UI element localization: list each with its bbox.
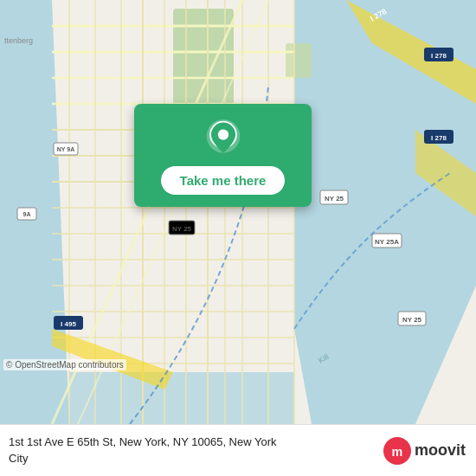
moovit-text: moovit (415, 441, 466, 460)
osm-credit: © OpenStreetMap contributors (3, 359, 126, 370)
take-me-there-button[interactable]: Take me there (161, 166, 286, 195)
location-card: Take me there (134, 104, 312, 207)
moovit-logo-icon: m (383, 437, 411, 465)
map-container: I 278 NY 25 NY 25 NY 25A NY 25 NY 9A 9A … (0, 0, 476, 424)
svg-text:NY 25A: NY 25A (375, 238, 399, 246)
svg-text:NY 25: NY 25 (402, 316, 422, 324)
svg-text:m: m (392, 444, 403, 458)
footer-address-container: 1st 1st Ave E 65th St, New York, NY 1006… (9, 434, 383, 466)
svg-text:ttenberg: ttenberg (4, 36, 33, 45)
footer-bar: 1st 1st Ave E 65th St, New York, NY 1006… (0, 424, 476, 476)
svg-text:NY 9A: NY 9A (57, 146, 75, 152)
svg-text:9A: 9A (23, 211, 31, 217)
svg-point-56 (217, 129, 228, 139)
footer-address: 1st 1st Ave E 65th St, New York, NY 1006… (9, 434, 383, 466)
svg-text:I 495: I 495 (61, 320, 76, 328)
svg-rect-5 (286, 43, 312, 78)
svg-marker-3 (69, 372, 294, 424)
svg-text:I 278: I 278 (431, 52, 447, 60)
map-pin-icon (204, 119, 242, 158)
svg-text:I 278: I 278 (431, 134, 447, 142)
svg-text:NY 25: NY 25 (172, 225, 192, 233)
moovit-logo: m moovit (383, 437, 466, 465)
svg-text:NY 25: NY 25 (325, 195, 344, 203)
